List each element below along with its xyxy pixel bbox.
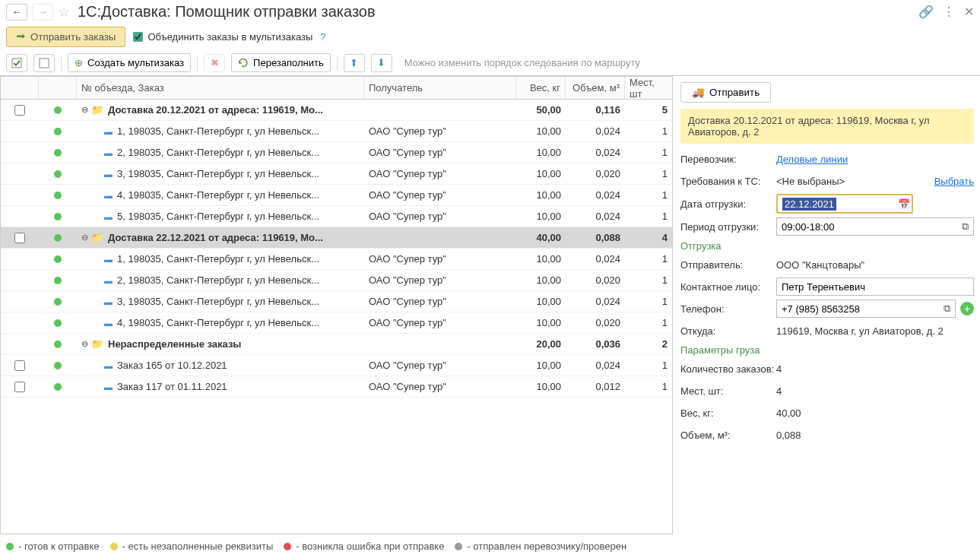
- status-dot-icon: [54, 255, 62, 263]
- delete-button[interactable]: ✖: [204, 54, 225, 72]
- item-icon: ▬: [104, 319, 113, 328]
- table-row[interactable]: ▬4, 198035, Санкт-Петербург г, ул Невель…: [1, 185, 672, 206]
- uncheck-all-button[interactable]: [33, 54, 55, 72]
- dot-gray-icon: [455, 543, 462, 550]
- row-checkbox[interactable]: [14, 360, 25, 371]
- col-weight[interactable]: Вес, кг: [516, 77, 566, 99]
- expand-icon[interactable]: ⧉: [939, 301, 954, 316]
- forward-button[interactable]: →: [32, 4, 53, 21]
- carrier-link[interactable]: Деловые линии: [776, 154, 848, 165]
- status-dot-icon: [54, 298, 62, 306]
- collapse-icon[interactable]: ⊖: [81, 105, 88, 115]
- svg-rect-1: [40, 59, 49, 68]
- row-checkbox[interactable]: [14, 233, 25, 243]
- table-row[interactable]: ▬2, 198035, Санкт-Петербург г, ул Невель…: [1, 142, 672, 163]
- col-volume[interactable]: Объем, м³: [566, 77, 625, 99]
- plus-folder-icon: ⊕: [75, 57, 83, 68]
- kebab-menu-icon[interactable]: ⋮: [943, 5, 955, 19]
- row-text: 4, 198035, Санкт-Петербург г, ул Невельс…: [117, 189, 319, 201]
- row-text: 3, 198035, Санкт-Петербург г, ул Невельс…: [117, 168, 319, 179]
- table-row[interactable]: ▬1, 198035, Санкт-Петербург г, ул Невель…: [1, 121, 672, 142]
- send-button[interactable]: 🚚 Отправить: [680, 82, 771, 103]
- folder-icon: 📁: [91, 232, 103, 243]
- ts-select-link[interactable]: Выбрать: [934, 176, 974, 187]
- col-order[interactable]: № объезда, Заказ: [77, 77, 364, 99]
- row-text: 1, 198035, Санкт-Петербург г, ул Невельс…: [117, 125, 319, 137]
- ts-req-value: <Не выбраны>: [776, 176, 934, 187]
- item-icon: ▬: [104, 127, 113, 136]
- item-icon: ▬: [104, 212, 113, 221]
- status-dot-icon: [54, 319, 62, 327]
- help-icon[interactable]: ?: [320, 31, 325, 43]
- contact-input[interactable]: [776, 277, 974, 296]
- dot-red-icon: [284, 543, 291, 550]
- svg-rect-0: [12, 59, 21, 68]
- move-up-button[interactable]: ⬆: [344, 54, 365, 72]
- status-dot-icon: [54, 213, 62, 220]
- send-icon: ⮕: [16, 31, 26, 43]
- status-dot-icon: [54, 128, 62, 135]
- row-text: Заказ 117 от 01.11.2021: [117, 381, 227, 392]
- back-button[interactable]: ←: [6, 4, 27, 21]
- arrow-up-icon: ⬆: [350, 57, 358, 68]
- ship-date-input[interactable]: 22.12.2021 📅: [776, 194, 913, 214]
- folder-icon: 📁: [91, 104, 103, 116]
- add-phone-button[interactable]: +: [960, 302, 974, 315]
- ship-period-input[interactable]: [776, 217, 974, 236]
- status-dot-icon: [54, 277, 62, 284]
- row-text: Заказ 165 от 10.12.2021: [117, 360, 227, 371]
- row-text: 3, 198035, Санкт-Петербург г, ул Невельс…: [117, 296, 319, 307]
- table-row[interactable]: ▬2, 198035, Санкт-Петербург г, ул Невель…: [1, 270, 672, 291]
- move-down-button[interactable]: ⬇: [371, 54, 392, 72]
- collapse-icon[interactable]: ⊖: [81, 339, 88, 349]
- phone-input[interactable]: [776, 300, 956, 318]
- expand-icon[interactable]: ⧉: [957, 219, 972, 234]
- item-icon: ▬: [104, 191, 113, 200]
- table-row[interactable]: ▬Заказ 165 от 10.12.2021ОАО "Супер тур"1…: [1, 355, 672, 376]
- row-text: 2, 198035, Санкт-Петербург г, ул Невельс…: [117, 274, 319, 286]
- page-title: 1С:Доставка: Помощник отправки заказов: [78, 3, 376, 21]
- item-icon: ▬: [104, 382, 113, 392]
- table-row[interactable]: ▬4, 198035, Санкт-Петербург г, ул Невель…: [1, 312, 672, 334]
- link-icon[interactable]: 🔗: [918, 5, 934, 19]
- close-icon[interactable]: ✕: [964, 5, 974, 19]
- table-group-row[interactable]: ⊖📁Нераспределенные заказы20,000,0362: [1, 334, 672, 355]
- status-dot-icon: [54, 106, 62, 114]
- sender-value: ООО "Канцтовары": [776, 259, 974, 271]
- table-row[interactable]: ▬1, 198035, Санкт-Петербург г, ул Невель…: [1, 249, 672, 270]
- send-orders-button[interactable]: ⮕ Отправить заказы: [6, 27, 125, 47]
- status-dot-icon: [54, 234, 62, 242]
- table-row[interactable]: ▬3, 198035, Санкт-Петербург г, ул Невель…: [1, 163, 672, 185]
- status-dot-icon: [54, 341, 62, 348]
- toolbar-hint: Можно изменить порядок следования по мар…: [404, 57, 640, 68]
- row-text: 4, 198035, Санкт-Петербург г, ул Невельс…: [117, 317, 319, 328]
- status-dot-icon: [54, 192, 62, 199]
- col-recipient[interactable]: Получатель: [364, 77, 516, 99]
- dot-yellow-icon: [110, 543, 118, 550]
- row-checkbox[interactable]: [14, 382, 25, 392]
- row-text: Доставка 20.12.2021 от адреса: 119619, М…: [108, 104, 323, 116]
- item-icon: ▬: [104, 297, 113, 306]
- check-all-button[interactable]: [6, 54, 27, 72]
- col-places[interactable]: Мест, шт: [625, 77, 672, 99]
- status-dot-icon: [54, 170, 62, 178]
- favorite-icon[interactable]: ☆: [58, 4, 70, 21]
- row-checkbox[interactable]: [14, 105, 25, 116]
- table-group-row[interactable]: ⊖📁Доставка 20.12.2021 от адреса: 119619,…: [1, 100, 672, 121]
- refresh-icon: [238, 58, 249, 68]
- combine-orders-checkbox[interactable]: Объединить заказы в мультизаказы: [133, 31, 312, 43]
- calendar-icon[interactable]: 📅: [898, 198, 910, 210]
- refill-button[interactable]: Перезаполнить: [231, 53, 331, 72]
- status-dot-icon: [54, 383, 62, 391]
- table-row[interactable]: ▬5, 198035, Санкт-Петербург г, ул Невель…: [1, 206, 672, 227]
- collapse-icon[interactable]: ⊖: [81, 233, 88, 243]
- create-multiorder-button[interactable]: ⊕ Создать мультизаказ: [68, 53, 191, 72]
- status-dot-icon: [54, 362, 62, 369]
- arrow-down-icon: ⬇: [377, 57, 385, 68]
- status-dot-icon: [54, 149, 62, 157]
- truck-icon: 🚚: [692, 87, 705, 98]
- table-group-row[interactable]: ⊖📁Доставка 22.12.2021 от адреса: 119619,…: [1, 227, 672, 249]
- table-row[interactable]: ▬Заказ 117 от 01.11.2021ОАО "Супер тур"1…: [1, 376, 672, 398]
- table-row[interactable]: ▬3, 198035, Санкт-Петербург г, ул Невель…: [1, 291, 672, 312]
- item-icon: ▬: [104, 148, 113, 157]
